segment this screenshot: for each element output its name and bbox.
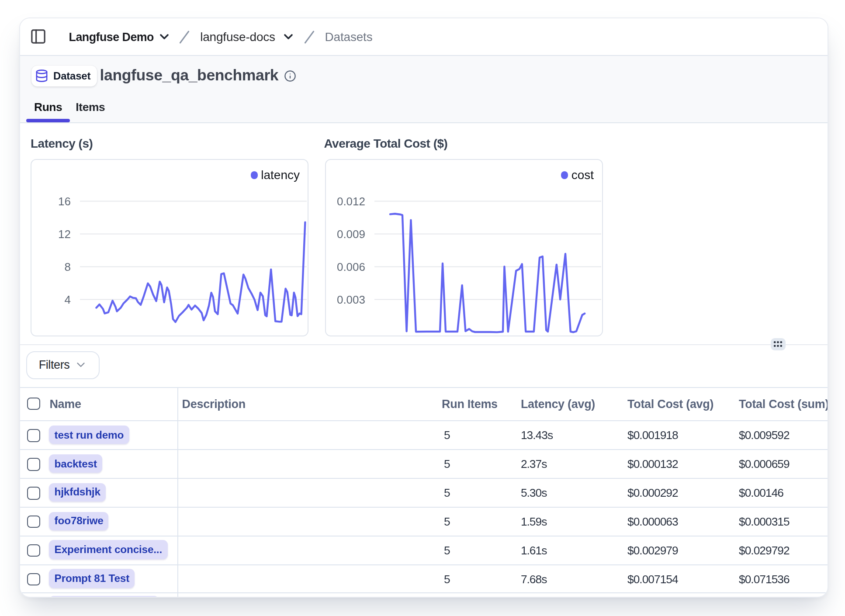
- svg-text:0.006: 0.006: [336, 260, 365, 273]
- svg-text:4: 4: [65, 293, 71, 306]
- svg-text:12: 12: [58, 228, 71, 241]
- svg-text:0.003: 0.003: [336, 293, 365, 306]
- svg-text:16: 16: [58, 195, 71, 208]
- svg-text:8: 8: [65, 260, 71, 273]
- svg-text:0.012: 0.012: [336, 195, 365, 208]
- svg-text:0.009: 0.009: [336, 228, 365, 241]
